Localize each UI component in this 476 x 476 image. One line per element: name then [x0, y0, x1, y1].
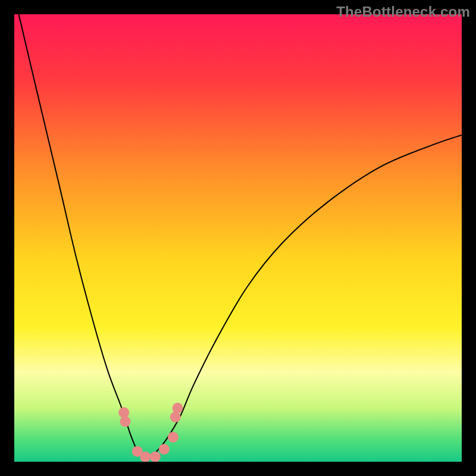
watermark-text: TheBottleneck.com	[336, 4, 470, 20]
chart-background	[14, 14, 462, 462]
marker-dot	[159, 444, 170, 455]
marker-dot	[150, 452, 161, 462]
marker-dot	[118, 407, 129, 418]
marker-dot	[140, 452, 151, 462]
marker-dot	[170, 412, 181, 422]
plot-area	[14, 14, 462, 462]
marker-dot	[172, 403, 183, 414]
bottleneck-chart	[14, 14, 462, 462]
marker-dot	[168, 432, 178, 443]
marker-dot	[120, 416, 130, 427]
chart-canvas: TheBottleneck.com	[0, 0, 476, 476]
